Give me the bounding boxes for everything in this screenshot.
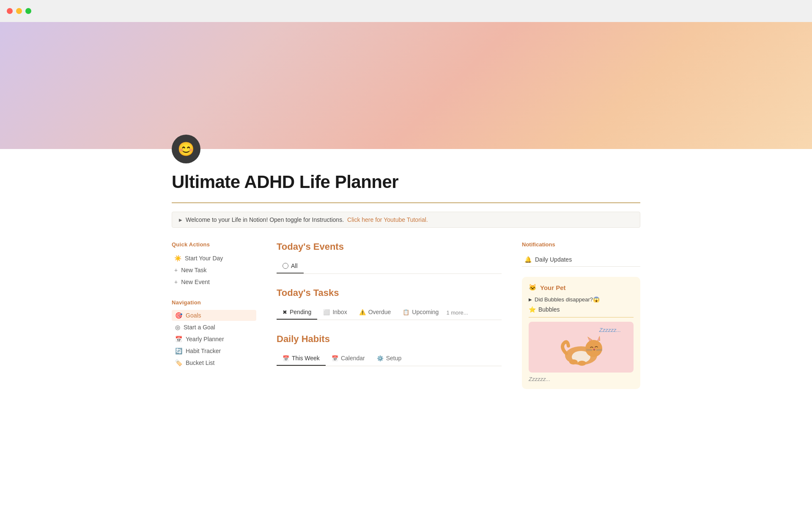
new-event-label: New Event: [181, 279, 210, 285]
minimize-button[interactable]: [16, 8, 22, 14]
bucket-list-label: Bucket List: [186, 359, 214, 366]
today-tasks-title: Today's Tasks: [277, 287, 502, 298]
daily-habits-section: Daily Habits 📅 This Week 📅 Calendar ⚙️: [277, 334, 502, 366]
tasks-filter-tabs: ✖ Pending ⬜ Inbox ⚠️ Overdue 📋: [277, 305, 502, 320]
pet-card: 🐱 Your Pet ▶ Did Bubbles disappear?😱 ⭐ B…: [522, 277, 640, 389]
this-week-icon: 📅: [283, 355, 289, 362]
habits-filter-tabs: 📅 This Week 📅 Calendar ⚙️ Setup: [277, 351, 502, 366]
your-pet-label: Your Pet: [540, 284, 566, 291]
bell-icon: 🔔: [524, 256, 532, 263]
pet-cat-svg: [551, 328, 611, 366]
bubbles-star-icon: ⭐: [529, 306, 536, 313]
page-icon[interactable]: 😊: [172, 135, 200, 163]
this-week-label: This Week: [292, 355, 320, 362]
upcoming-label: Upcoming: [412, 309, 439, 315]
pending-label: Pending: [290, 309, 311, 315]
sidebar-item-habit-tracker[interactable]: 🔄 Habit Tracker: [172, 345, 256, 356]
bucket-list-icon: 🏷️: [175, 359, 182, 366]
toggle-bar[interactable]: ▶ Welcome to your Life in Notion! Open t…: [172, 212, 640, 228]
pet-name-label: Bubbles: [538, 306, 560, 313]
habit-tracker-icon: 🔄: [175, 348, 182, 354]
all-circle-icon: [283, 263, 288, 269]
sidebar-item-start-goal[interactable]: ◎ Start a Goal: [172, 322, 256, 333]
content-area: 😊 Ultimate ADHD Life Planner ▶ Welcome t…: [131, 135, 681, 389]
pet-header-icon: 🐱: [529, 284, 537, 291]
overdue-icon: ⚠️: [359, 309, 366, 315]
zzz-text: Zzzzzz...: [599, 327, 621, 333]
titlebar: [0, 0, 812, 22]
right-panel: Notifications 🔔 Daily Updates 🐱 Your Pet…: [522, 241, 640, 389]
pet-toggle-arrow-icon: ▶: [529, 297, 532, 302]
goals-label: Goals: [186, 312, 201, 319]
plus-icon-event: +: [174, 279, 178, 285]
plus-icon-task: +: [174, 267, 178, 273]
pending-icon: ✖: [283, 309, 287, 315]
tasks-tab-overdue[interactable]: ⚠️ Overdue: [353, 305, 397, 320]
close-button[interactable]: [7, 8, 13, 14]
inbox-label: Inbox: [332, 309, 347, 315]
today-tasks-section: Today's Tasks ✖ Pending ⬜ Inbox ⚠️ Overd: [277, 287, 502, 320]
center-content: Today's Events All Today's Tasks ✖: [277, 241, 502, 380]
sidebar-item-bucket-list[interactable]: 🏷️ Bucket List: [172, 357, 256, 368]
sidebar: Quick Actions ☀️ Start Your Day + New Ta…: [172, 241, 256, 369]
pet-header: 🐱 Your Pet: [529, 284, 634, 291]
toggle-text: Welcome to your Life in Notion! Open tog…: [186, 216, 344, 223]
navigation-heading: Navigation: [172, 299, 256, 306]
daily-habits-title: Daily Habits: [277, 334, 502, 345]
notifications-heading: Notifications: [522, 241, 640, 248]
pet-image-area: Zzzzzz...: [529, 322, 634, 373]
pet-toggle[interactable]: ▶ Did Bubbles disappear?😱: [529, 296, 634, 303]
today-events-title: Today's Events: [277, 241, 502, 252]
daily-updates-label: Daily Updates: [535, 256, 572, 263]
pet-bubbles: ⭐ Bubbles: [529, 306, 634, 318]
habit-tracker-label: Habit Tracker: [186, 348, 221, 354]
main-layout: Quick Actions ☀️ Start Your Day + New Ta…: [172, 241, 640, 389]
quick-action-start-day[interactable]: ☀️ Start Your Day: [172, 253, 256, 264]
hero-banner: [0, 22, 812, 149]
habits-tab-this-week[interactable]: 📅 This Week: [277, 351, 326, 366]
quick-action-new-event[interactable]: + New Event: [172, 276, 256, 287]
events-filter-tabs: All: [277, 259, 502, 274]
sidebar-item-goals[interactable]: 🎯 Goals: [172, 310, 256, 321]
inbox-icon: ⬜: [323, 309, 330, 315]
setup-label: Setup: [386, 355, 402, 362]
setup-icon: ⚙️: [377, 355, 384, 362]
svg-point-12: [569, 359, 578, 364]
toggle-link[interactable]: Click here for Youtube Tutorial.: [347, 216, 428, 223]
tasks-tab-upcoming[interactable]: 📋 Upcoming: [397, 305, 444, 320]
sidebar-item-yearly-planner[interactable]: 📅 Yearly Planner: [172, 334, 256, 345]
pet-caption: Zzzzzz...: [529, 376, 634, 382]
all-tab-label: All: [291, 262, 298, 269]
new-task-label: New Task: [181, 267, 206, 273]
yearly-planner-icon: 📅: [175, 336, 182, 342]
habits-tab-calendar[interactable]: 📅 Calendar: [326, 351, 371, 366]
start-goal-label: Start a Goal: [184, 324, 215, 331]
page-wrapper: 😊 Ultimate ADHD Life Planner ▶ Welcome t…: [0, 135, 812, 389]
notification-daily-updates[interactable]: 🔔 Daily Updates: [522, 253, 640, 267]
svg-point-2: [585, 340, 602, 357]
goals-icon: 🎯: [175, 312, 182, 319]
tasks-more-link[interactable]: 1 more...: [446, 309, 468, 316]
start-day-label: Start Your Day: [185, 255, 223, 262]
events-tab-all[interactable]: All: [277, 259, 304, 273]
habits-tab-setup[interactable]: ⚙️ Setup: [371, 351, 408, 366]
upcoming-icon: 📋: [403, 309, 409, 315]
page-icon-emoji: 😊: [178, 141, 195, 157]
calendar-icon: 📅: [332, 355, 338, 362]
tasks-tab-pending[interactable]: ✖ Pending: [277, 305, 317, 320]
quick-actions-heading: Quick Actions: [172, 241, 256, 248]
overdue-label: Overdue: [368, 309, 391, 315]
yearly-planner-label: Yearly Planner: [186, 336, 224, 342]
today-events-section: Today's Events All: [277, 241, 502, 274]
calendar-label: Calendar: [341, 355, 365, 362]
start-goal-icon: ◎: [175, 324, 180, 331]
pet-toggle-label: Did Bubbles disappear?😱: [535, 296, 600, 303]
title-divider: [172, 202, 640, 203]
maximize-button[interactable]: [25, 8, 31, 14]
page-title: Ultimate ADHD Life Planner: [172, 172, 640, 192]
svg-point-13: [578, 361, 586, 366]
tasks-tab-inbox[interactable]: ⬜ Inbox: [317, 305, 353, 320]
quick-action-new-task[interactable]: + New Task: [172, 265, 256, 276]
sun-icon: ☀️: [174, 255, 181, 262]
toggle-arrow-icon: ▶: [179, 218, 182, 222]
